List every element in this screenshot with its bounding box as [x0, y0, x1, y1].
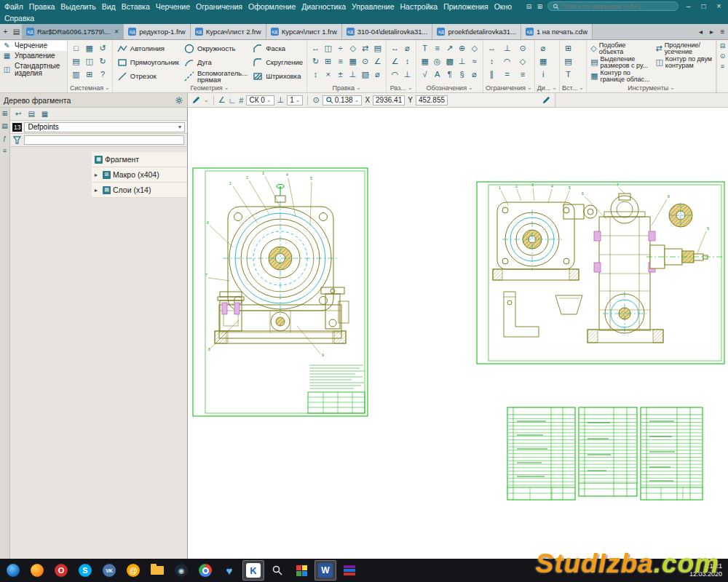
zoom-select[interactable]: 0.138⌄ — [323, 95, 363, 105]
chevron-down-icon[interactable]: ⌄ — [204, 97, 209, 103]
menu-item[interactable]: Файл — [1, 1, 26, 12]
expand-arrow-icon[interactable]: ▸ — [95, 187, 100, 194]
ortho-snap-icon[interactable]: ∟ — [229, 96, 237, 105]
image-view-icon[interactable]: ▦ — [41, 110, 48, 118]
save-icon[interactable]: ▥ — [70, 68, 82, 81]
measure-icon[interactable]: ⌀ — [371, 68, 384, 81]
perpendicular-icon[interactable]: ⊥ — [277, 95, 285, 105]
split-icon[interactable]: ± — [334, 68, 347, 81]
redo-icon[interactable]: ↻ — [97, 55, 109, 68]
chrome-icon[interactable] — [194, 560, 216, 581]
expand-arrow-icon[interactable]: ▸ — [95, 172, 100, 178]
centerline-icon[interactable]: ⊥ — [456, 55, 468, 68]
pin-ribbon-icon[interactable]: ⊙ — [720, 52, 726, 60]
filter-input[interactable] — [24, 135, 184, 145]
dimension-linear-icon[interactable]: ↔ — [389, 41, 401, 55]
menu-item[interactable]: Ограничения — [193, 1, 245, 12]
base-icon[interactable]: ◇ — [468, 41, 480, 55]
coordinate-system-select[interactable]: СК 0⌄ — [246, 95, 274, 105]
opera-icon[interactable]: O — [50, 560, 72, 581]
tool-auxiliary-line[interactable]: Вспомогатель... прямая — [182, 69, 249, 83]
section-label-notations[interactable]: Обозначения⌄ — [419, 83, 480, 92]
coincident-constraint-icon[interactable]: ≡ — [516, 68, 529, 81]
open-document-icon[interactable]: ▤ — [70, 55, 82, 68]
specification-table-2[interactable] — [579, 407, 637, 496]
section-label-constraints[interactable]: Ограничения⌄ — [486, 83, 532, 92]
dimension-diameter-icon[interactable]: ⌀ — [401, 41, 414, 55]
section-label-insert[interactable]: Вст...⌄ — [562, 83, 584, 92]
tree-item[interactable]: ▦Фрагмент — [92, 152, 187, 167]
axis-icon[interactable]: ≡ — [431, 41, 443, 55]
stretch-icon[interactable]: ⇄ — [359, 41, 371, 55]
mail-icon[interactable]: @ — [122, 560, 144, 581]
menu-icon[interactable]: ≡ — [3, 147, 7, 154]
print-preview-icon[interactable]: ◫ — [83, 55, 95, 68]
layers-view-icon[interactable]: ▤ — [28, 110, 34, 118]
move-icon[interactable]: ↔ — [309, 41, 322, 55]
ribbon-tab[interactable]: ✎Черчение — [0, 41, 67, 51]
menu-item[interactable]: Правка — [26, 1, 58, 12]
drawing-canvas[interactable]: 123 456 789 — [188, 108, 728, 559]
document-tab[interactable]: КДproekt\detalirovka31... — [432, 24, 521, 39]
pencil-icon[interactable] — [191, 95, 201, 105]
clipboard-icon[interactable]: ⊞ — [83, 68, 95, 81]
word-icon[interactable]: W — [314, 560, 336, 581]
dimension-angular-icon[interactable]: ∠ — [389, 55, 401, 68]
hatch-area-icon[interactable]: ▩ — [443, 55, 456, 68]
break-icon[interactable]: ∠ — [371, 55, 384, 68]
join-icon[interactable]: ⊙ — [359, 55, 371, 68]
tool-extend-trim[interactable]: ⇄Продление/ усечение — [654, 41, 713, 55]
angle-snap-icon[interactable]: ∠ — [218, 95, 226, 105]
specification-table-3[interactable] — [641, 407, 703, 500]
view-arrow-icon[interactable]: ↗ — [443, 41, 456, 55]
scale-icon[interactable]: ↕ — [309, 68, 322, 81]
drawing-sheet-2[interactable]: 123 456 789 — [477, 182, 724, 364]
mirror-icon[interactable]: ◫ — [322, 41, 334, 55]
filter-icon[interactable] — [13, 136, 21, 144]
menu-item[interactable]: Выделить — [58, 1, 98, 12]
finish-icon[interactable]: ≈ — [468, 55, 480, 68]
panels-icon[interactable]: ⊞ — [2, 110, 8, 117]
minimize-button[interactable]: – — [681, 1, 696, 12]
tool-select-dimensions[interactable]: ▤Выделение размеров с ру... — [589, 55, 651, 69]
trim-icon[interactable]: ÷ — [334, 41, 347, 55]
extend-icon[interactable]: ≡ — [334, 55, 347, 68]
menu-item[interactable]: Вставка — [119, 1, 153, 12]
tool-offset-contour[interactable]: ◇Подобие объекта — [589, 41, 651, 55]
menu-item[interactable]: Управление — [349, 1, 397, 12]
explode-icon[interactable]: ▧ — [359, 68, 371, 81]
array-icon[interactable]: ▦ — [347, 55, 359, 68]
measure-area-icon[interactable]: ▦ — [537, 55, 550, 68]
scroll-left-button[interactable]: ◂ — [695, 24, 706, 39]
gear-icon[interactable] — [175, 96, 183, 105]
note-icon[interactable]: ¶ — [443, 68, 456, 81]
datum-icon[interactable]: ⊥ — [401, 68, 414, 81]
tool-arc[interactable]: Дуга — [182, 55, 249, 69]
layout-split-icon[interactable]: ⊟ — [523, 3, 534, 10]
tool-circle[interactable]: Окружность — [182, 41, 249, 55]
horizontal-constraint-icon[interactable]: ↔ — [486, 41, 498, 55]
info-icon[interactable]: i — [537, 68, 550, 81]
steam-icon[interactable]: ◉ — [170, 560, 192, 581]
layer-select[interactable]: Defpoints ▾ — [24, 122, 185, 132]
folder-icon[interactable] — [146, 560, 168, 581]
marker-icon[interactable]: ◎ — [431, 55, 443, 68]
heart-icon[interactable]: ♥ — [218, 560, 240, 581]
tab-menu-button[interactable]: ≡ — [717, 24, 728, 39]
document-tab[interactable]: КДRar$DRa6096.17579\...× — [22, 24, 124, 39]
document-tab[interactable]: КД310-04\detalirovka31... — [342, 24, 433, 39]
tolerance-icon[interactable]: ⊕ — [456, 41, 468, 55]
perpendicular-constraint-icon[interactable]: ⊥ — [501, 41, 513, 55]
symbol-icon[interactable]: § — [456, 68, 468, 81]
properties-icon[interactable]: ▤ — [1, 122, 8, 129]
section-label-dimensions[interactable]: Раз...⌄ — [389, 83, 414, 92]
edit-params-icon[interactable] — [542, 95, 551, 105]
firefox-icon[interactable] — [26, 560, 48, 581]
line-style-select[interactable]: 1⌄ — [287, 95, 303, 105]
tool-autoline[interactable]: Автолиния — [115, 41, 181, 55]
drawing-sheet-1[interactable]: 123 456 789 — [193, 168, 368, 416]
offset-icon[interactable]: ◇ — [347, 41, 359, 55]
close-icon[interactable]: × — [113, 28, 119, 36]
undo-icon[interactable]: ↺ — [97, 41, 109, 55]
scroll-right-button[interactable]: ▸ — [706, 24, 717, 39]
